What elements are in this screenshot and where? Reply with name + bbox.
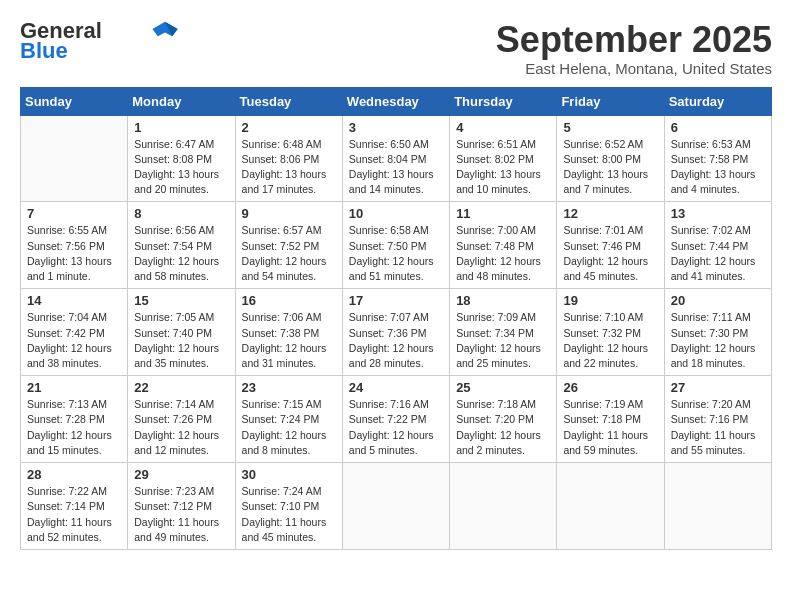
logo-icon <box>150 20 180 38</box>
calendar-cell: 29Sunrise: 7:23 AMSunset: 7:12 PMDayligh… <box>128 463 235 550</box>
cell-content: Sunrise: 7:13 AMSunset: 7:28 PMDaylight:… <box>27 397 121 458</box>
calendar-cell: 9Sunrise: 6:57 AMSunset: 7:52 PMDaylight… <box>235 202 342 289</box>
page-header: General Blue September 2025 East Helena,… <box>20 20 772 77</box>
cell-content: Sunrise: 6:52 AMSunset: 8:00 PMDaylight:… <box>563 137 657 198</box>
day-number: 26 <box>563 380 657 395</box>
day-header-saturday: Saturday <box>664 87 771 115</box>
day-number: 27 <box>671 380 765 395</box>
calendar-week-row: 28Sunrise: 7:22 AMSunset: 7:14 PMDayligh… <box>21 463 772 550</box>
calendar-cell <box>21 115 128 202</box>
day-header-tuesday: Tuesday <box>235 87 342 115</box>
cell-content: Sunrise: 7:24 AMSunset: 7:10 PMDaylight:… <box>242 484 336 545</box>
day-number: 5 <box>563 120 657 135</box>
calendar-cell: 3Sunrise: 6:50 AMSunset: 8:04 PMDaylight… <box>342 115 449 202</box>
cell-content: Sunrise: 6:57 AMSunset: 7:52 PMDaylight:… <box>242 223 336 284</box>
calendar-cell: 5Sunrise: 6:52 AMSunset: 8:00 PMDaylight… <box>557 115 664 202</box>
logo-blue-text: Blue <box>20 38 68 63</box>
cell-content: Sunrise: 7:01 AMSunset: 7:46 PMDaylight:… <box>563 223 657 284</box>
calendar-cell: 22Sunrise: 7:14 AMSunset: 7:26 PMDayligh… <box>128 376 235 463</box>
calendar-cell: 16Sunrise: 7:06 AMSunset: 7:38 PMDayligh… <box>235 289 342 376</box>
cell-content: Sunrise: 7:22 AMSunset: 7:14 PMDaylight:… <box>27 484 121 545</box>
day-number: 20 <box>671 293 765 308</box>
calendar-cell: 25Sunrise: 7:18 AMSunset: 7:20 PMDayligh… <box>450 376 557 463</box>
calendar-cell: 19Sunrise: 7:10 AMSunset: 7:32 PMDayligh… <box>557 289 664 376</box>
cell-content: Sunrise: 7:15 AMSunset: 7:24 PMDaylight:… <box>242 397 336 458</box>
calendar-cell: 27Sunrise: 7:20 AMSunset: 7:16 PMDayligh… <box>664 376 771 463</box>
logo: General Blue <box>20 20 180 62</box>
day-header-thursday: Thursday <box>450 87 557 115</box>
cell-content: Sunrise: 6:53 AMSunset: 7:58 PMDaylight:… <box>671 137 765 198</box>
calendar-cell <box>664 463 771 550</box>
cell-content: Sunrise: 6:50 AMSunset: 8:04 PMDaylight:… <box>349 137 443 198</box>
day-number: 18 <box>456 293 550 308</box>
calendar-cell: 1Sunrise: 6:47 AMSunset: 8:08 PMDaylight… <box>128 115 235 202</box>
day-number: 14 <box>27 293 121 308</box>
day-number: 23 <box>242 380 336 395</box>
cell-content: Sunrise: 7:20 AMSunset: 7:16 PMDaylight:… <box>671 397 765 458</box>
calendar-cell: 13Sunrise: 7:02 AMSunset: 7:44 PMDayligh… <box>664 202 771 289</box>
cell-content: Sunrise: 7:14 AMSunset: 7:26 PMDaylight:… <box>134 397 228 458</box>
calendar-cell: 23Sunrise: 7:15 AMSunset: 7:24 PMDayligh… <box>235 376 342 463</box>
cell-content: Sunrise: 7:10 AMSunset: 7:32 PMDaylight:… <box>563 310 657 371</box>
calendar-cell: 12Sunrise: 7:01 AMSunset: 7:46 PMDayligh… <box>557 202 664 289</box>
cell-content: Sunrise: 7:00 AMSunset: 7:48 PMDaylight:… <box>456 223 550 284</box>
day-number: 24 <box>349 380 443 395</box>
calendar-cell: 14Sunrise: 7:04 AMSunset: 7:42 PMDayligh… <box>21 289 128 376</box>
day-header-wednesday: Wednesday <box>342 87 449 115</box>
day-number: 1 <box>134 120 228 135</box>
day-header-monday: Monday <box>128 87 235 115</box>
calendar-week-row: 21Sunrise: 7:13 AMSunset: 7:28 PMDayligh… <box>21 376 772 463</box>
day-number: 29 <box>134 467 228 482</box>
calendar-subtitle: East Helena, Montana, United States <box>496 60 772 77</box>
cell-content: Sunrise: 6:56 AMSunset: 7:54 PMDaylight:… <box>134 223 228 284</box>
cell-content: Sunrise: 7:19 AMSunset: 7:18 PMDaylight:… <box>563 397 657 458</box>
day-number: 25 <box>456 380 550 395</box>
day-number: 13 <box>671 206 765 221</box>
day-number: 4 <box>456 120 550 135</box>
cell-content: Sunrise: 7:11 AMSunset: 7:30 PMDaylight:… <box>671 310 765 371</box>
cell-content: Sunrise: 6:51 AMSunset: 8:02 PMDaylight:… <box>456 137 550 198</box>
calendar-cell: 21Sunrise: 7:13 AMSunset: 7:28 PMDayligh… <box>21 376 128 463</box>
day-number: 2 <box>242 120 336 135</box>
title-block: September 2025 East Helena, Montana, Uni… <box>496 20 772 77</box>
day-number: 12 <box>563 206 657 221</box>
calendar-cell: 6Sunrise: 6:53 AMSunset: 7:58 PMDaylight… <box>664 115 771 202</box>
day-number: 7 <box>27 206 121 221</box>
day-number: 3 <box>349 120 443 135</box>
cell-content: Sunrise: 7:02 AMSunset: 7:44 PMDaylight:… <box>671 223 765 284</box>
calendar-cell: 30Sunrise: 7:24 AMSunset: 7:10 PMDayligh… <box>235 463 342 550</box>
day-number: 9 <box>242 206 336 221</box>
day-number: 28 <box>27 467 121 482</box>
cell-content: Sunrise: 6:48 AMSunset: 8:06 PMDaylight:… <box>242 137 336 198</box>
calendar-week-row: 14Sunrise: 7:04 AMSunset: 7:42 PMDayligh… <box>21 289 772 376</box>
day-number: 11 <box>456 206 550 221</box>
calendar-header-row: SundayMondayTuesdayWednesdayThursdayFrid… <box>21 87 772 115</box>
cell-content: Sunrise: 6:55 AMSunset: 7:56 PMDaylight:… <box>27 223 121 284</box>
cell-content: Sunrise: 7:16 AMSunset: 7:22 PMDaylight:… <box>349 397 443 458</box>
day-number: 16 <box>242 293 336 308</box>
day-number: 10 <box>349 206 443 221</box>
day-number: 19 <box>563 293 657 308</box>
calendar-cell: 2Sunrise: 6:48 AMSunset: 8:06 PMDaylight… <box>235 115 342 202</box>
calendar-cell: 15Sunrise: 7:05 AMSunset: 7:40 PMDayligh… <box>128 289 235 376</box>
cell-content: Sunrise: 7:09 AMSunset: 7:34 PMDaylight:… <box>456 310 550 371</box>
calendar-week-row: 1Sunrise: 6:47 AMSunset: 8:08 PMDaylight… <box>21 115 772 202</box>
cell-content: Sunrise: 7:05 AMSunset: 7:40 PMDaylight:… <box>134 310 228 371</box>
day-number: 22 <box>134 380 228 395</box>
day-header-sunday: Sunday <box>21 87 128 115</box>
calendar-title: September 2025 <box>496 20 772 60</box>
cell-content: Sunrise: 7:07 AMSunset: 7:36 PMDaylight:… <box>349 310 443 371</box>
day-number: 6 <box>671 120 765 135</box>
cell-content: Sunrise: 7:04 AMSunset: 7:42 PMDaylight:… <box>27 310 121 371</box>
calendar-cell: 10Sunrise: 6:58 AMSunset: 7:50 PMDayligh… <box>342 202 449 289</box>
day-number: 21 <box>27 380 121 395</box>
calendar-cell <box>342 463 449 550</box>
calendar-cell: 17Sunrise: 7:07 AMSunset: 7:36 PMDayligh… <box>342 289 449 376</box>
day-number: 15 <box>134 293 228 308</box>
calendar-table: SundayMondayTuesdayWednesdayThursdayFrid… <box>20 87 772 550</box>
cell-content: Sunrise: 7:23 AMSunset: 7:12 PMDaylight:… <box>134 484 228 545</box>
calendar-cell: 18Sunrise: 7:09 AMSunset: 7:34 PMDayligh… <box>450 289 557 376</box>
day-number: 17 <box>349 293 443 308</box>
calendar-cell: 20Sunrise: 7:11 AMSunset: 7:30 PMDayligh… <box>664 289 771 376</box>
calendar-cell: 28Sunrise: 7:22 AMSunset: 7:14 PMDayligh… <box>21 463 128 550</box>
